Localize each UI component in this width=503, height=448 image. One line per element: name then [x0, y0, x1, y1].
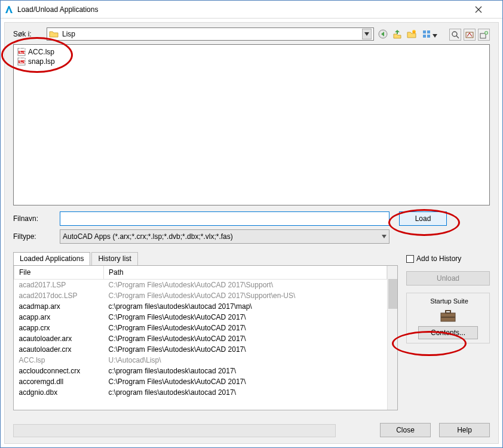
filetype-row: Filtype: AutoCAD Apps (*.arx;*.crx;*.lsp…: [13, 229, 490, 244]
cell-file: acautoloader.crx: [14, 344, 104, 355]
svg-rect-13: [423, 35, 426, 38]
tabs-area: Loaded Applications History list File Pa…: [13, 252, 398, 410]
folder-icon: [49, 29, 59, 39]
nav-icons-group: [378, 29, 438, 39]
cell-path: C:\Program Files\Autodesk\AutoCAD 2017\: [104, 344, 387, 355]
filename-label: Filnavn:: [13, 214, 60, 223]
cell-path: C:\Program Files\Autodesk\AutoCAD 2017\: [104, 376, 387, 387]
up-icon[interactable]: [392, 29, 403, 39]
briefcase-icon: [440, 309, 456, 323]
svg-rect-11: [423, 30, 426, 33]
chevron-down-icon: [382, 235, 387, 238]
cell-path: C:\Program Files\Autodesk\AutoCAD 2017\S…: [104, 280, 387, 291]
load-unload-dialog: Load/Unload Applications Søk i:: [0, 0, 503, 448]
file-list-area[interactable]: LSP ACC.lsp LSP snap.lsp: [13, 44, 490, 205]
svg-rect-4: [480, 33, 486, 38]
add-to-history-row[interactable]: Add to History: [406, 254, 490, 263]
cell-file: acapp.crx: [14, 323, 104, 333]
cell-file: accloudconnect.crx: [14, 366, 104, 376]
cell-path: C:\Program Files\Autodesk\AutoCAD 2017\: [104, 312, 387, 323]
table-row[interactable]: accoremgd.dllC:\Program Files\Autodesk\A…: [14, 376, 387, 387]
filename-row: Filnavn: Load: [13, 211, 490, 226]
table-row[interactable]: accloudconnect.crxc:\program files\autod…: [14, 366, 387, 376]
scroll-thumb[interactable]: [388, 279, 397, 309]
svg-line-2: [456, 36, 459, 38]
tab-history-list[interactable]: History list: [91, 252, 137, 265]
file-name: ACC.lsp: [28, 48, 54, 56]
add-to-history-checkbox[interactable]: [406, 255, 414, 263]
loaded-apps-table: File Path acad2017.LSPC:\Program Files\A…: [13, 265, 398, 410]
unload-button[interactable]: Unload: [406, 271, 490, 286]
cell-file: ACC.lsp: [14, 355, 104, 366]
cell-file: acautoloader.arx: [14, 333, 104, 344]
table-row[interactable]: acadmap.arxc:\program files\autodesk\aut…: [14, 301, 387, 312]
right-column: Add to History Unload Startup Suite Cont…: [406, 252, 490, 410]
add-to-box-icon[interactable]: [478, 29, 490, 41]
contents-button[interactable]: Contents...: [418, 326, 478, 339]
cell-path: C:\Program Files\Autodesk\AutoCAD 2017\: [104, 323, 387, 333]
col-header-path[interactable]: Path: [104, 266, 387, 280]
svg-marker-6: [364, 32, 369, 36]
cell-path: C:\Program Files\Autodesk\AutoCAD 2017\: [104, 333, 387, 344]
table-row[interactable]: acautoloader.arxC:\Program Files\Autodes…: [14, 333, 387, 344]
help-button[interactable]: Help: [439, 423, 490, 437]
tab-strip: Loaded Applications History list: [13, 252, 398, 265]
table-row[interactable]: ACC.lspU:\Autocad\Lisp\: [14, 355, 387, 366]
window-title: Load/Unload Applications: [17, 5, 475, 14]
svg-marker-22: [382, 235, 387, 238]
chevron-down-icon[interactable]: [362, 29, 372, 39]
svg-rect-24: [446, 311, 450, 313]
autocad-tool-icon[interactable]: [464, 29, 476, 41]
table-row[interactable]: acdgnio.dbxc:\program files\autodesk\aut…: [14, 387, 387, 398]
close-button[interactable]: Close: [380, 423, 431, 437]
tool-icons-group: [449, 29, 490, 41]
lower-area: Loaded Applications History list File Pa…: [13, 252, 490, 410]
look-in-value: Lisp: [61, 30, 362, 38]
close-icon[interactable]: [475, 6, 499, 13]
table-row[interactable]: acapp.crxC:\Program Files\Autodesk\AutoC…: [14, 323, 387, 333]
cell-file: accoremgd.dll: [14, 376, 104, 387]
cell-file: acad2017doc.LSP: [14, 290, 104, 301]
views-icon[interactable]: [421, 29, 438, 39]
load-button[interactable]: Load: [399, 211, 447, 226]
tab-loaded-apps[interactable]: Loaded Applications: [13, 252, 90, 265]
file-item[interactable]: LSP snap.lsp: [17, 57, 486, 66]
back-icon[interactable]: [378, 29, 388, 39]
table-row[interactable]: acautoloader.crxC:\Program Files\Autodes…: [14, 344, 387, 355]
svg-rect-12: [427, 30, 430, 33]
cell-path: C:\Program Files\Autodesk\AutoCAD 2017\S…: [104, 290, 387, 301]
search-tool-icon[interactable]: [449, 29, 461, 41]
titlebar: Load/Unload Applications: [1, 1, 502, 19]
look-in-label: Søk i:: [13, 30, 47, 38]
look-in-row: Søk i: Lisp: [13, 27, 490, 41]
table-row[interactable]: acapp.arxC:\Program Files\Autodesk\AutoC…: [14, 312, 387, 323]
svg-text:LSP: LSP: [19, 57, 26, 65]
filetype-value: AutoCAD Apps (*.arx;*.crx;*.lsp;*.dvb;*.…: [63, 232, 233, 241]
svg-rect-14: [427, 35, 430, 38]
cell-file: acad2017.LSP: [14, 280, 104, 291]
cell-file: acdgnio.dbx: [14, 387, 104, 398]
filetype-label: Filtype:: [13, 232, 60, 241]
table-row[interactable]: acad2017doc.LSPC:\Program Files\Autodesk…: [14, 290, 387, 301]
cell-path: U:\Autocad\Lisp\: [104, 355, 387, 366]
scrollbar[interactable]: [387, 266, 397, 410]
add-to-history-label: Add to History: [416, 254, 461, 263]
startup-suite-group: Startup Suite Contents...: [406, 293, 490, 343]
cell-path: c:\program files\autodesk\autocad 2017\m…: [104, 301, 387, 312]
filename-input[interactable]: [60, 211, 389, 226]
cell-path: c:\program files\autodesk\autocad 2017\: [104, 366, 387, 376]
file-item[interactable]: LSP ACC.lsp: [17, 47, 486, 57]
look-in-combo[interactable]: Lisp: [47, 27, 374, 41]
new-folder-icon[interactable]: [406, 29, 417, 39]
svg-marker-9: [395, 30, 400, 34]
svg-point-1: [452, 32, 457, 36]
cell-file: acapp.arx: [14, 312, 104, 323]
cell-path: c:\program files\autodesk\autocad 2017\: [104, 387, 387, 398]
cell-file: acadmap.arx: [14, 301, 104, 312]
svg-text:LSP: LSP: [19, 48, 26, 55]
svg-rect-25: [441, 317, 455, 318]
table-row[interactable]: acad2017.LSPC:\Program Files\Autodesk\Au…: [14, 280, 387, 291]
col-header-file[interactable]: File: [14, 266, 104, 280]
filetype-select[interactable]: AutoCAD Apps (*.arx;*.crx;*.lsp;*.dvb;*.…: [60, 229, 389, 244]
content-panel: Søk i: Lisp: [4, 22, 499, 444]
